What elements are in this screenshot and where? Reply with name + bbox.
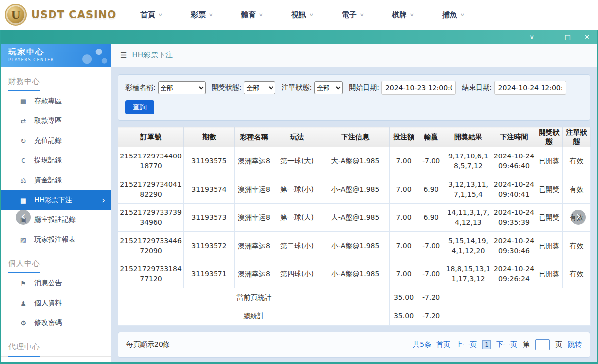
nav-item-label: 體育 [241,10,256,20]
sidebar-section-title-text: 財務中心 [8,77,40,91]
table-cell: 2152172973440018770 [118,147,184,175]
table-cell: 第二球(小) [273,232,321,260]
summary-label: 當前頁統計 [118,288,390,307]
order-status-filter: 注單狀態: 全部 [281,81,343,94]
logo-icon: U [5,4,27,26]
table-cell: 第四球(小) [273,260,321,288]
logo-text: USDT CASINO [31,9,116,21]
sidebar-item-profile[interactable]: ♟個人資料 [1,293,111,313]
table-cell: 2152172973318477120 [118,260,184,288]
window-minimize-button[interactable]: ─ [547,34,551,40]
sidebar-item-withdraw-area[interactable]: ⇄取款專區 [1,111,111,131]
summary-label: 總統計 [118,307,390,326]
nav-item-label: 棋牌 [392,10,407,20]
first-page-link[interactable]: 首页 [436,340,450,349]
menu-icon[interactable]: ☰ [120,51,127,60]
table-cell: 7.00 [390,147,418,175]
sidebar-item-label: 個人資料 [34,299,62,308]
sidebar-item-withdrawal-records[interactable]: €提現記錄 [1,151,111,170]
window-close-button[interactable]: ✕ [584,34,590,40]
table-row: 215217297334467209031193572澳洲幸运8第二球(小)小-… [118,232,591,260]
sidebar-item-funds-records[interactable]: ⚖資金記錄 [1,170,111,190]
order-status-filter-label: 注單狀態: [281,83,312,92]
top-navigation: U USDT CASINO 首頁∨彩票∨體育∨視訊∨電子∨棋牌∨捕魚∨ [0,0,598,30]
nav-item-chess[interactable]: 棋牌∨ [392,10,414,20]
pagination-bar: 每頁顯示20條 共5条 首页 上一页 1 下一页 第 页 跳转 [118,332,590,358]
report-icon: ▨ [19,236,27,244]
nav-item-electronic[interactable]: 電子∨ [342,10,364,20]
table-cell: 已開獎 [536,175,563,204]
summary-winloss-total: -7.20 [418,288,444,307]
column-header: 訂單號 [118,127,184,147]
table-cell: 6.90 [418,204,444,232]
start-date-input[interactable] [381,81,456,95]
prev-page-link[interactable]: 上一页 [456,340,477,349]
sidebar-section-title: 代理中心 [1,333,111,357]
table-cell: 31193575 [184,147,235,175]
total-count-label: 共5条 [413,340,431,349]
nav-item-label: 電子 [342,10,357,20]
sidebar-item-player-bet-report[interactable]: ▨玩家投注報表 [1,230,111,250]
sidebar-item-hh-lottery-bets[interactable]: ▦HH彩票下注› [1,190,111,210]
draw-status-filter-label: 開獎狀態: [212,83,242,92]
table-cell: 7.00 [390,232,418,260]
table-cell: 3,12,13,11,7,1,15,4 [444,175,492,204]
table-cell: 6.90 [418,175,444,204]
next-page-link[interactable]: 下一页 [496,340,517,349]
window-maximize-button[interactable]: □ [565,34,571,40]
nav-item-video[interactable]: 視訊∨ [291,10,313,20]
draw-status-select[interactable]: 全部 [244,81,275,94]
column-header: 開獎結果 [444,127,492,147]
table-row: 215217297331847712031193571澳洲幸运8第四球(小)小-… [118,260,591,288]
nav-item-home[interactable]: 首頁∨ [140,10,162,20]
search-button[interactable]: 查詢 [125,100,154,114]
sidebar-item-deposit-area[interactable]: ▤存款專區 [1,91,111,111]
nav-item-lottery[interactable]: 彩票∨ [191,10,213,20]
poker-chips-decoration [78,46,109,66]
sidebar-item-announcements[interactable]: ⚑消息公告 [1,273,111,293]
sidebar-item-change-password[interactable]: ⚙修改密碼 [1,313,111,333]
lottery-select[interactable]: 全部 [158,81,206,94]
current-page-indicator[interactable]: 1 [482,340,491,349]
filter-row: 彩種名稱: 全部 開獎狀態: 全部 注單狀態: [125,81,584,95]
nav-item-sports[interactable]: 體育∨ [241,10,263,20]
content-area: 彩種名稱: 全部 開獎狀態: 全部 注單狀態: [111,67,597,362]
table-cell: 澳洲幸运8 [235,260,273,288]
chevron-down-icon: ∨ [309,12,314,17]
carousel-right-arrow[interactable]: › [571,210,586,225]
start-date-label: 開始日期: [349,83,379,92]
logo[interactable]: U USDT CASINO [5,4,116,26]
page-title: HH彩票下注 [132,51,173,60]
table-row: 215217297340418229031193574澳洲幸运8第一球(小)小-… [118,175,591,204]
column-header: 開獎狀態 [536,127,563,147]
lottery-bet-icon: ▦ [19,197,27,204]
table-cell: 小-A盤@1.985 [321,232,390,260]
sidebar-item-label: 提現記錄 [34,156,62,165]
nav-item-fishing[interactable]: 捕魚∨ [442,10,464,20]
table-cell: 已開獎 [536,204,563,232]
recharge-record-icon: ↻ [19,137,27,145]
table-cell: 第一球(大) [273,204,321,232]
window-collapse-button[interactable]: ∨ [529,34,534,40]
carousel-left-arrow[interactable]: ‹ [16,210,31,225]
table-cell: -7.00 [418,260,444,288]
draw-status-filter: 開獎狀態: 全部 [212,81,276,94]
sidebar-section-title-text: 代理中心 [8,342,40,357]
table-body: 215217297344001877031193575澳洲幸运8第一球(大)大-… [118,147,591,326]
chevron-down-icon: ∨ [259,12,263,17]
table-cell: -7.00 [418,147,444,175]
sidebar-item-recharge-records[interactable]: ↻充值記錄 [1,131,111,151]
sidebar-item-label: 廳室投註記錄 [34,215,76,224]
order-status-select[interactable]: 全部 [314,81,343,94]
sidebar-item-label: 取款專區 [34,116,62,125]
summary-winloss-total: -7.20 [418,307,444,326]
sidebar: 玩家中心 PLAYERS CENTER 財務中心▤存款專區⇄取款專區↻充值記錄€… [1,44,111,362]
logo-letter: U [11,8,20,21]
page-jump-input[interactable] [535,339,550,350]
column-header: 注單狀態 [563,127,591,147]
table-cell: 5,15,14,19,4,1,12,20 [444,232,492,260]
summary-row: 當前頁統計35.00-7.20 [118,288,591,307]
summary-row: 總統計35.00-7.20 [118,307,591,326]
jump-button[interactable]: 跳转 [568,340,582,349]
end-date-input[interactable] [494,81,566,95]
